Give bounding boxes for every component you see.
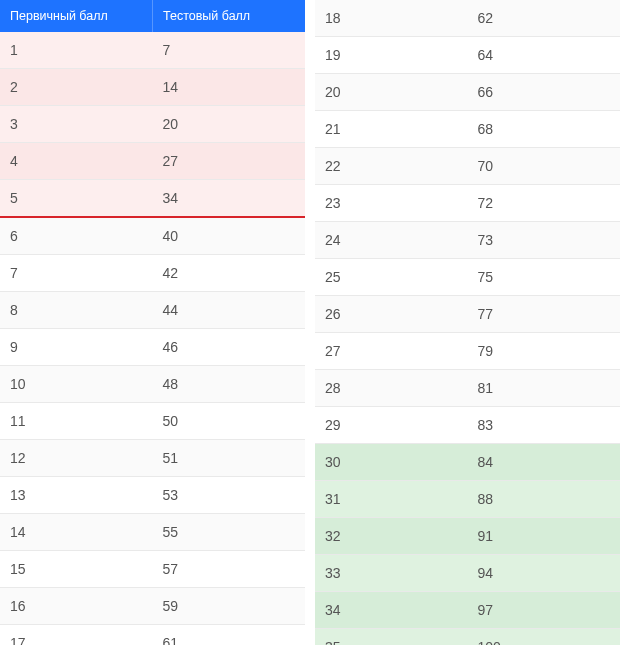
- primary-score-cell: 32: [315, 518, 468, 554]
- table-row: 2575: [315, 259, 620, 296]
- table-row: 3497: [315, 592, 620, 629]
- primary-score-cell: 22: [315, 148, 468, 184]
- primary-score-cell: 5: [0, 180, 153, 216]
- table-row: 35100: [315, 629, 620, 645]
- left-rows-container: 1721432042753464074284494610481150125113…: [0, 32, 305, 645]
- primary-score-cell: 23: [315, 185, 468, 221]
- test-score-cell: 50: [153, 403, 306, 439]
- primary-score-cell: 20: [315, 74, 468, 110]
- primary-score-cell: 27: [315, 333, 468, 369]
- test-score-cell: 51: [153, 440, 306, 476]
- test-score-cell: 14: [153, 69, 306, 105]
- table-row: 3084: [315, 444, 620, 481]
- test-score-cell: 83: [468, 407, 621, 443]
- test-score-cell: 46: [153, 329, 306, 365]
- test-score-cell: 40: [153, 218, 306, 254]
- primary-score-cell: 28: [315, 370, 468, 406]
- left-column: Первичный балл Тестовый балл 17214320427…: [0, 0, 305, 645]
- primary-score-cell: 26: [315, 296, 468, 332]
- primary-score-cell: 8: [0, 292, 153, 328]
- primary-score-cell: 16: [0, 588, 153, 624]
- primary-score-cell: 21: [315, 111, 468, 147]
- table-row: 1455: [0, 514, 305, 551]
- test-score-cell: 64: [468, 37, 621, 73]
- primary-score-cell: 14: [0, 514, 153, 550]
- test-score-cell: 61: [153, 625, 306, 645]
- table-row: 1964: [315, 37, 620, 74]
- table-row: 2983: [315, 407, 620, 444]
- primary-score-cell: 35: [315, 629, 468, 645]
- primary-score-cell: 11: [0, 403, 153, 439]
- table-row: 1862: [315, 0, 620, 37]
- table-row: 2881: [315, 370, 620, 407]
- table-row: 1659: [0, 588, 305, 625]
- test-score-cell: 100: [468, 629, 621, 645]
- table-row: 2473: [315, 222, 620, 259]
- test-score-cell: 66: [468, 74, 621, 110]
- test-score-cell: 57: [153, 551, 306, 587]
- test-score-cell: 34: [153, 180, 306, 216]
- table-row: 2270: [315, 148, 620, 185]
- primary-score-cell: 18: [315, 0, 468, 36]
- test-score-cell: 7: [153, 32, 306, 68]
- primary-score-cell: 15: [0, 551, 153, 587]
- table-row: 17: [0, 32, 305, 69]
- header-test-score: Тестовый балл: [153, 0, 305, 32]
- primary-score-cell: 30: [315, 444, 468, 480]
- table-row: 640: [0, 218, 305, 255]
- test-score-cell: 48: [153, 366, 306, 402]
- table-row: 2168: [315, 111, 620, 148]
- table-row: 2779: [315, 333, 620, 370]
- primary-score-cell: 19: [315, 37, 468, 73]
- test-score-cell: 73: [468, 222, 621, 258]
- header-primary-score: Первичный балл: [0, 0, 153, 32]
- test-score-cell: 20: [153, 106, 306, 142]
- test-score-cell: 94: [468, 555, 621, 591]
- table-row: 2372: [315, 185, 620, 222]
- primary-score-cell: 1: [0, 32, 153, 68]
- table-row: 1251: [0, 440, 305, 477]
- test-score-cell: 55: [153, 514, 306, 550]
- test-score-cell: 72: [468, 185, 621, 221]
- primary-score-cell: 24: [315, 222, 468, 258]
- table-row: 844: [0, 292, 305, 329]
- primary-score-cell: 13: [0, 477, 153, 513]
- table-row: 2677: [315, 296, 620, 333]
- primary-score-cell: 12: [0, 440, 153, 476]
- test-score-cell: 84: [468, 444, 621, 480]
- test-score-cell: 42: [153, 255, 306, 291]
- test-score-cell: 91: [468, 518, 621, 554]
- table-row: 3291: [315, 518, 620, 555]
- test-score-cell: 59: [153, 588, 306, 624]
- primary-score-cell: 31: [315, 481, 468, 517]
- test-score-cell: 77: [468, 296, 621, 332]
- table-row: 534: [0, 180, 305, 218]
- test-score-cell: 53: [153, 477, 306, 513]
- table-row: 214: [0, 69, 305, 106]
- primary-score-cell: 10: [0, 366, 153, 402]
- right-rows-container: 1862196420662168227023722473257526772779…: [315, 0, 620, 645]
- test-score-cell: 81: [468, 370, 621, 406]
- test-score-cell: 75: [468, 259, 621, 295]
- table-row: 427: [0, 143, 305, 180]
- test-score-cell: 68: [468, 111, 621, 147]
- table-row: 1761: [0, 625, 305, 645]
- table-row: 3394: [315, 555, 620, 592]
- primary-score-cell: 17: [0, 625, 153, 645]
- table-row: 1048: [0, 366, 305, 403]
- primary-score-cell: 25: [315, 259, 468, 295]
- primary-score-cell: 2: [0, 69, 153, 105]
- primary-score-cell: 9: [0, 329, 153, 365]
- test-score-cell: 79: [468, 333, 621, 369]
- table-row: 742: [0, 255, 305, 292]
- primary-score-cell: 4: [0, 143, 153, 179]
- primary-score-cell: 34: [315, 592, 468, 628]
- table-row: 2066: [315, 74, 620, 111]
- right-column: 1862196420662168227023722473257526772779…: [315, 0, 620, 645]
- primary-score-cell: 3: [0, 106, 153, 142]
- table-row: 1150: [0, 403, 305, 440]
- table-row: 1353: [0, 477, 305, 514]
- table-row: 3188: [315, 481, 620, 518]
- primary-score-cell: 6: [0, 218, 153, 254]
- table-row: 320: [0, 106, 305, 143]
